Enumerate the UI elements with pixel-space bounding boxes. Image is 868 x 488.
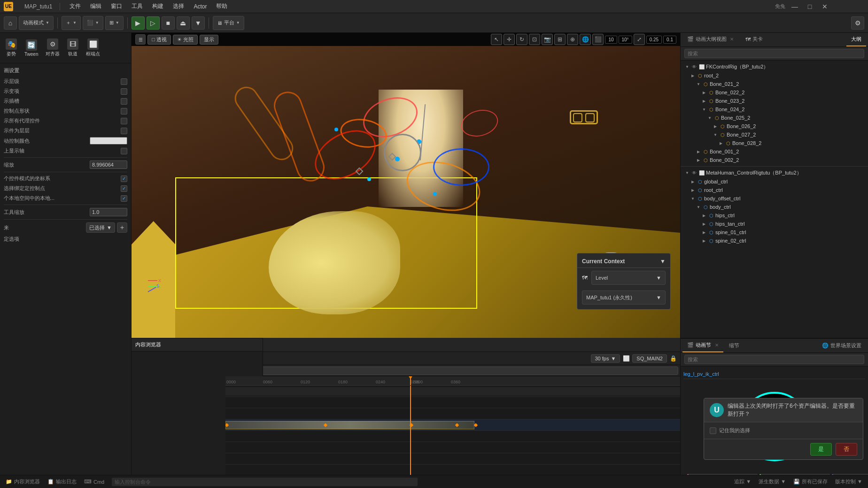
home-button[interactable]: ⌂ <box>4 16 17 30</box>
source-select[interactable]: 已选择 ▼ <box>86 222 115 233</box>
output-log-btn[interactable]: 📋 输出日志 <box>46 478 78 485</box>
vp-rotate-icon[interactable]: ↻ <box>516 34 527 45</box>
setting-ctrl-shape-check[interactable] <box>121 108 127 114</box>
setting-coord-check[interactable] <box>121 175 127 182</box>
menu-file[interactable]: 文件 <box>68 1 83 11</box>
vp-camera-icon[interactable]: 📷 <box>542 34 553 45</box>
context-level-btn[interactable]: Level ▼ <box>591 271 666 285</box>
tool-frame[interactable]: ⬜ 框端点 <box>84 37 102 59</box>
tree-hips-tan[interactable]: ▶ ⬡ hips_tan_ctrl <box>681 220 868 228</box>
tree-bone025[interactable]: ▼ ⬡ Bone_025_2 <box>681 114 868 122</box>
menu-window[interactable]: 窗口 <box>109 1 124 11</box>
dialog-remember-check[interactable] <box>710 427 716 434</box>
setting-proxy-check[interactable] <box>121 118 127 124</box>
tab-scale-node[interactable]: 缩节 <box>724 339 744 352</box>
play-sim-button[interactable]: ▷ <box>147 16 160 30</box>
right-search-input[interactable] <box>684 49 864 58</box>
tool-tween[interactable]: 🔄 Tween <box>23 38 40 59</box>
tab-outline[interactable]: 大纲 <box>846 33 866 46</box>
tree-hips-ctrl[interactable]: ▶ ⬡ hips_ctrl <box>681 211 868 220</box>
add-button[interactable]: ＋ ▼ <box>62 16 81 30</box>
menu-select[interactable]: 选择 <box>171 1 186 11</box>
vp-lighting[interactable]: ☀ 光照 <box>173 35 198 45</box>
setting-tool-scale-input[interactable] <box>90 208 127 216</box>
vp-fullscreen-icon[interactable]: ⤢ <box>634 34 645 45</box>
menu-actor[interactable]: Actor <box>192 2 209 11</box>
grid-button[interactable]: ⊞ ▼ <box>105 16 124 30</box>
tree-mh-root[interactable]: ▼ 👁 ⬜ MetaHuman_ControlRigtutu（BP_tutu2） <box>681 168 868 177</box>
derived-data-btn[interactable]: 派生数据 ▼ <box>757 478 788 485</box>
maximize-button[interactable]: □ <box>804 2 815 11</box>
tab-anim-node-close[interactable]: ✕ <box>715 343 719 348</box>
setting-level-check[interactable] <box>121 78 127 85</box>
tree-global-ctrl[interactable]: ▶ ⬡ global_ctrl <box>681 177 868 186</box>
tree-bone001[interactable]: ▶ ⬡ Bone_001_2 <box>681 147 868 156</box>
menu-tools[interactable]: 工具 <box>130 1 145 11</box>
tree-spine02[interactable]: ▶ ⬡ spine_02_ctrl <box>681 236 868 245</box>
platform-button[interactable]: 🖥 平台 ▼ <box>213 16 244 30</box>
setting-var-check[interactable] <box>121 88 127 95</box>
tab-anim-node[interactable]: 🎬 动画节 ✕ <box>682 339 723 352</box>
tab-level[interactable]: 🗺 关卡 <box>741 33 767 46</box>
tree-root2[interactable]: ▶ ⬡ root_2 <box>681 71 868 80</box>
console-input-area[interactable]: 输入控制台命令 <box>112 478 417 486</box>
seq-lock-btn[interactable]: 🔒 <box>668 353 678 364</box>
vp-orient-icon[interactable]: 🌐 <box>580 34 591 45</box>
minimize-button[interactable]: — <box>789 2 800 11</box>
vp-select-icon[interactable]: ↖ <box>491 34 502 45</box>
tree-bone028[interactable]: ▶ ⬡ Bone_028_2 <box>681 139 868 147</box>
eject-button[interactable]: ⏏ <box>177 16 190 30</box>
tree-bone021[interactable]: ▼ ⬡ Bone_021_2 <box>681 80 868 88</box>
dialog-no-btn[interactable]: 否 <box>836 443 857 456</box>
tree-fk-root[interactable]: ▼ 👁 ⬜ FKControlRig（BP_tutu2） <box>681 62 868 71</box>
tab-anim-close[interactable]: ✕ <box>728 36 735 43</box>
save-btn[interactable]: 💾 所有已保存 <box>791 478 829 485</box>
vp-show[interactable]: 显示 <box>200 35 218 45</box>
fps-selector[interactable]: 30 fps ▼ <box>591 354 620 363</box>
viewport-inner[interactable]: ☰ □ 透视 ☀ 光照 显示 <box>132 33 680 338</box>
vp-scale-icon[interactable]: ⊡ <box>529 34 540 45</box>
stop-button[interactable]: ■ <box>162 16 175 30</box>
setting-color-swatch[interactable] <box>90 137 127 145</box>
tree-bone027[interactable]: ▼ ⬡ Bone_027_2 <box>681 130 868 139</box>
vp-grid-icon[interactable]: ⊞ <box>554 34 566 45</box>
anim-detail-search-input[interactable] <box>684 355 864 364</box>
vp-transform-icon[interactable]: ✛ <box>504 34 515 45</box>
cmd-btn[interactable]: ⌨ Cmd <box>82 479 106 485</box>
seq-timeline[interactable]: 0000 0060 0120 0180 0240 0295 0300 0360 <box>225 376 680 475</box>
setting-local-check[interactable] <box>121 195 127 202</box>
seq-frame-btn[interactable]: ⬜ <box>621 353 631 364</box>
vp-snap-icon[interactable]: ⊕ <box>567 34 578 45</box>
transform-button[interactable]: ⬛ ▼ <box>83 16 103 30</box>
setting-slot-check[interactable] <box>121 98 127 105</box>
tool-pose[interactable]: 🎭 姿势 <box>4 37 19 59</box>
context-expand[interactable]: ▼ <box>660 258 666 265</box>
down-button[interactable]: ▼ <box>192 16 205 30</box>
play-button[interactable]: ▶ <box>132 16 145 30</box>
tree-bone002[interactable]: ▶ ⬡ Bone_002_2 <box>681 156 868 164</box>
context-map-btn[interactable]: MAP_tutu1 (永久性) ▼ <box>582 290 666 305</box>
setting-axis-check[interactable] <box>121 148 127 154</box>
version-btn[interactable]: 版本控制 ▼ <box>833 478 864 485</box>
source-add-btn[interactable]: ＋ <box>117 222 127 233</box>
tool-align[interactable]: ⚙ 对齐器 <box>44 37 62 59</box>
setting-layer-check[interactable] <box>121 128 127 134</box>
tree-body-offset[interactable]: ▼ ⬡ body_offset_ctrl <box>681 194 868 203</box>
trace-btn[interactable]: 追踪 ▼ <box>732 478 753 485</box>
tab-anim-outline[interactable]: 🎬 动画大纲视图 ✕ <box>682 33 740 46</box>
tree-bone026[interactable]: ▶ ⬡ Bone_026_2 <box>681 122 868 130</box>
tree-bone022[interactable]: ▶ ⬡ Bone_022_2 <box>681 88 868 97</box>
tool-track[interactable]: 🎞 轨道 <box>65 37 80 59</box>
menu-build[interactable]: 构建 <box>150 1 165 11</box>
vp-perspective[interactable]: □ 透视 <box>147 35 171 45</box>
tree-root-ctrl[interactable]: ▶ ⬡ root_ctrl <box>681 186 868 194</box>
menu-edit[interactable]: 编辑 <box>88 1 103 11</box>
setting-sel-ctrl-check[interactable] <box>121 185 127 192</box>
vp-floor-icon[interactable]: ⬛ <box>592 34 604 45</box>
tree-bone023[interactable]: ▶ ⬡ Bone_023_2 <box>681 97 868 105</box>
tree-body-ctrl[interactable]: ▼ ⬡ body_ctrl <box>681 203 868 211</box>
vp-menu-btn[interactable]: ☰ <box>135 34 146 45</box>
menu-help[interactable]: 帮助 <box>214 1 229 11</box>
tree-bone024[interactable]: ▼ ⬡ Bone_024_2 <box>681 105 868 114</box>
anim-mode-button[interactable]: 动画模式 ▼ <box>19 16 54 30</box>
